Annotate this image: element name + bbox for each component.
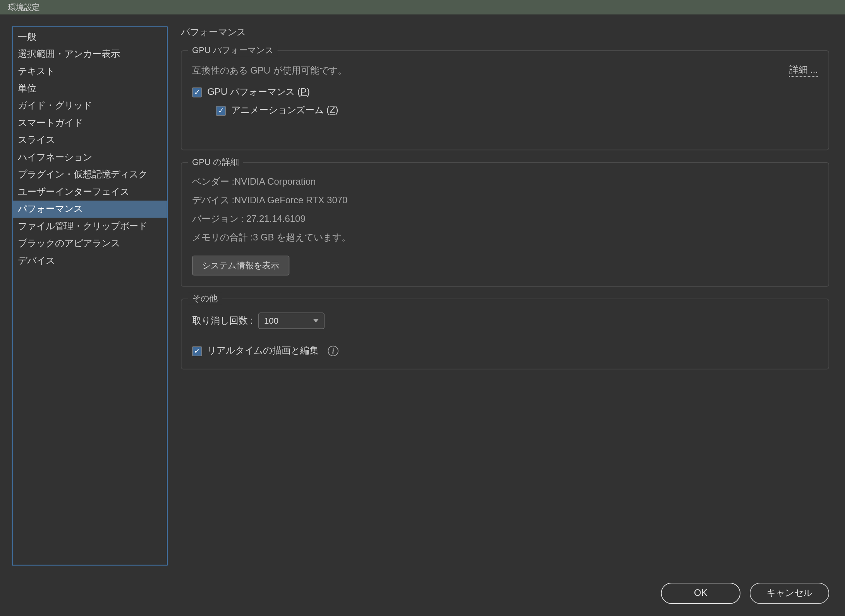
- group-gpu-performance-legend: GPU パフォーマンス: [188, 45, 278, 57]
- gpu-version: バージョン : 27.21.14.6109: [192, 213, 818, 225]
- checkbox-realtime-draw-edit[interactable]: [192, 346, 202, 356]
- group-gpu-details: GPU の詳細 ベンダー :NVIDIA Corporation デバイス :N…: [181, 162, 829, 287]
- checkbox-gpu-performance-label: GPU パフォーマンス (P): [207, 86, 310, 98]
- gpu-details-link[interactable]: 詳細 ...: [789, 64, 818, 77]
- panel-title: パフォーマンス: [181, 26, 829, 38]
- gpu-device: デバイス :NVIDIA GeForce RTX 3070: [192, 195, 818, 207]
- info-icon[interactable]: i: [328, 346, 338, 356]
- group-other: その他 取り消し回数 : 100 リアルタイムの描画と編集 i: [181, 299, 829, 369]
- group-other-legend: その他: [188, 293, 222, 305]
- chevron-down-icon: [313, 319, 319, 323]
- system-info-button[interactable]: システム情報を表示: [192, 256, 289, 275]
- checkbox-realtime-draw-edit-label: リアルタイムの描画と編集: [207, 345, 318, 357]
- cancel-button[interactable]: キャンセル: [750, 583, 829, 604]
- dialog-footer: OK キャンセル: [0, 573, 845, 616]
- checkbox-animation-zoom-label: アニメーションズーム (Z): [231, 105, 338, 117]
- sidebar-item-performance[interactable]: パフォーマンス: [12, 201, 167, 218]
- sidebar-item-slices[interactable]: スライス: [12, 132, 167, 149]
- sidebar-item-text[interactable]: テキスト: [12, 63, 167, 80]
- main-panel: パフォーマンス GPU パフォーマンス 互換性のある GPU が使用可能です。 …: [181, 26, 837, 565]
- sidebar-item-devices[interactable]: デバイス: [12, 252, 167, 269]
- gpu-availability-text: 互換性のある GPU が使用可能です。: [192, 65, 347, 77]
- sidebar-item-file-clipboard[interactable]: ファイル管理・クリップボード: [12, 218, 167, 235]
- sidebar-item-general[interactable]: 一般: [12, 29, 167, 46]
- checkbox-animation-zoom[interactable]: [216, 106, 226, 116]
- sidebar-item-plugins-scratch[interactable]: プラグイン・仮想記憶ディスク: [12, 166, 167, 183]
- undo-count-value: 100: [264, 316, 278, 326]
- undo-count-select[interactable]: 100: [258, 312, 325, 329]
- dialog-title: 環境設定: [8, 2, 40, 13]
- sidebar-item-hyphenation[interactable]: ハイフネーション: [12, 149, 167, 166]
- gpu-memory: メモリの合計 :3 GB を超えています。: [192, 232, 818, 244]
- group-gpu-details-legend: GPU の詳細: [188, 156, 243, 168]
- ok-button[interactable]: OK: [661, 583, 740, 604]
- sidebar-item-black-appearance[interactable]: ブラックのアピアランス: [12, 235, 167, 252]
- gpu-vendor: ベンダー :NVIDIA Corporation: [192, 176, 818, 188]
- undo-count-label: 取り消し回数 :: [192, 315, 253, 327]
- sidebar-item-ui[interactable]: ユーザーインターフェイス: [12, 184, 167, 201]
- sidebar-item-smart-guides[interactable]: スマートガイド: [12, 115, 167, 132]
- preferences-sidebar: 一般選択範囲・アンカー表示テキスト単位ガイド・グリッドスマートガイドスライスハイ…: [12, 26, 168, 565]
- sidebar-item-guides-grid[interactable]: ガイド・グリッド: [12, 97, 167, 114]
- sidebar-item-units[interactable]: 単位: [12, 80, 167, 97]
- group-gpu-performance: GPU パフォーマンス 互換性のある GPU が使用可能です。 詳細 ... G…: [181, 50, 829, 150]
- checkbox-gpu-performance[interactable]: [192, 87, 202, 97]
- sidebar-item-selection-anchor[interactable]: 選択範囲・アンカー表示: [12, 46, 167, 63]
- dialog-titlebar: 環境設定: [0, 0, 845, 15]
